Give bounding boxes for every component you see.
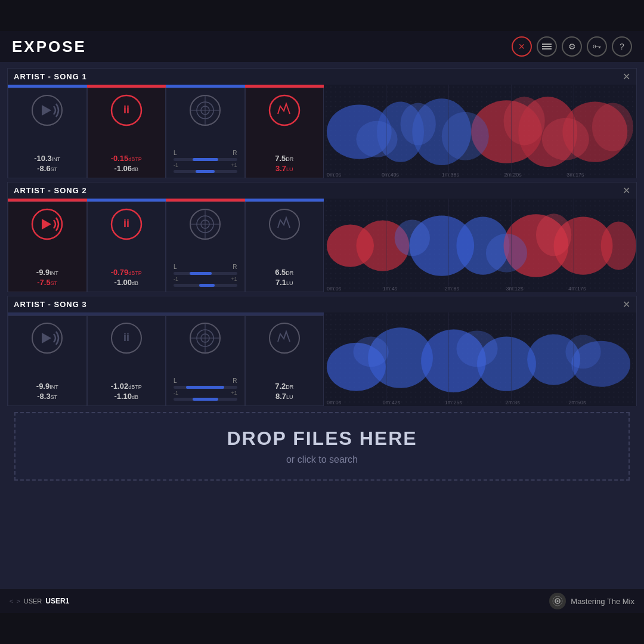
user-name: USER1 xyxy=(45,597,69,605)
song-3-metrics-grid: -9.9INT -8.3ST ii xyxy=(8,315,324,406)
song-2-title: ARTIST - SONG 2 xyxy=(14,186,87,195)
song-2-header: ARTIST - SONG 2 ✕ xyxy=(8,182,636,199)
song-3-lufs-int-primary: -9.9INT xyxy=(36,382,58,392)
footer-user-section: < > USER USER1 xyxy=(10,597,69,605)
song-3-dr-cell: 7.2DR 8.7LU xyxy=(245,315,324,406)
song-1-lufs-int-primary: -10.3INT xyxy=(34,154,60,164)
settings-button[interactable]: ⚙ xyxy=(562,36,582,57)
svg-point-22 xyxy=(356,121,397,157)
app-header: EXPOSE ✕ ⚙ 🗝 ? xyxy=(0,31,644,62)
song-1-dr-cell: 7.5DR 3.7LU xyxy=(245,88,324,178)
svg-point-56 xyxy=(395,220,430,256)
song-2-close[interactable]: ✕ xyxy=(623,185,630,196)
top-bar xyxy=(0,0,644,31)
footer: < > USER USER1 Mastering The Mix xyxy=(0,589,644,613)
svg-marker-4 xyxy=(42,105,51,116)
song-3-metrics: -9.9INT -8.3ST ii xyxy=(8,312,324,406)
song-1-close[interactable]: ✕ xyxy=(623,71,630,82)
header-icons: ✕ ⚙ 🗝 ? xyxy=(512,36,632,57)
help-button[interactable]: ? xyxy=(612,36,632,57)
song-2-stereo-values: L R -1 +1 xyxy=(169,263,242,289)
user-label: USER xyxy=(24,597,42,605)
drop-zone[interactable]: DROP FILES HERE or click to search xyxy=(14,412,630,481)
svg-text:0m:0s: 0m:0s xyxy=(327,400,342,405)
svg-text:3m:17s: 3m:17s xyxy=(566,172,584,178)
svg-text:0m:0s: 0m:0s xyxy=(327,286,342,292)
song-panel-1: ARTIST - SONG 1 ✕ xyxy=(7,68,637,178)
svg-point-55 xyxy=(601,222,636,270)
song-3-dr-values: 7.2DR 8.7LU xyxy=(275,382,293,402)
close-button[interactable]: ✕ xyxy=(512,36,532,57)
song-1-true-peak-secondary: -1.06dB xyxy=(111,164,142,174)
svg-point-25 xyxy=(504,97,545,145)
svg-point-26 xyxy=(542,118,589,160)
song-1-metrics-grid: -10.3INT -8.6ST ii xyxy=(8,88,324,178)
svg-text:1m:25s: 1m:25s xyxy=(445,400,463,405)
song-3-dr-primary: 7.2DR xyxy=(275,382,293,392)
content-area: ARTIST - SONG 1 ✕ xyxy=(0,62,644,589)
svg-text:4m:17s: 4m:17s xyxy=(568,286,586,292)
drop-sub-text: or click to search xyxy=(286,454,358,465)
song-2-metrics: -9.9INT -7.5ST ii xyxy=(8,199,324,292)
song-1-stereo-cell: L R -1 +1 xyxy=(166,88,245,178)
svg-point-27 xyxy=(592,103,633,151)
song-1-lufs-int-secondary: -8.6ST xyxy=(34,164,60,174)
song-1-true-peak-cell: ii -0.15dBTP -1.06dB xyxy=(87,88,166,178)
svg-text:ii: ii xyxy=(123,218,129,230)
svg-marker-38 xyxy=(42,219,51,230)
svg-point-100 xyxy=(557,600,559,602)
key-button[interactable]: 🗝 xyxy=(587,36,607,57)
svg-text:2m:20s: 2m:20s xyxy=(504,172,522,178)
song-2-lufs-st-secondary: -7.5ST xyxy=(36,278,58,288)
song-3-true-peak-cell: ii -1.02dBTP -1.10dB xyxy=(87,315,166,406)
chevron-left-icon: < xyxy=(10,598,13,605)
song-3-stereo-values: L R -1 +1 xyxy=(169,377,242,402)
song-1-lufs-int-cell: -10.3INT -8.6ST xyxy=(8,88,87,178)
song-3-lufs-int-cell: -9.9INT -8.3ST xyxy=(8,315,87,406)
song-3-body: -9.9INT -8.3ST ii xyxy=(8,312,636,406)
song-2-lufs-int-values: -9.9INT -7.5ST xyxy=(36,268,58,288)
song-3-waveform: 0m:0s 0m:42s 1m:25s 2m:8s 2m:50s xyxy=(324,312,636,406)
song-3-title: ARTIST - SONG 3 xyxy=(14,300,87,309)
song-1-dr-values: 7.5DR 3.7LU xyxy=(275,154,293,174)
song-1-lufs-int-values: -10.3INT -8.6ST xyxy=(34,154,60,174)
song-3-stereo-cell: L R -1 +1 xyxy=(166,315,245,406)
song-1-true-peak-primary: -0.15dBTP xyxy=(111,154,142,164)
song-2-stereo-cell: L R -1 +1 xyxy=(166,202,245,292)
song-2-dr-cell: 6.5DR 7.1LU xyxy=(245,202,324,292)
song-1-stereo-values: L R -1 +1 xyxy=(169,149,242,175)
song-1-dr-primary: 7.5DR xyxy=(275,154,293,164)
song-3-lufs-st-secondary: -8.3ST xyxy=(36,392,58,402)
svg-text:2m:8s: 2m:8s xyxy=(445,286,460,292)
svg-text:0m:0s: 0m:0s xyxy=(327,172,342,178)
song-panel-2: ARTIST - SONG 2 ✕ xyxy=(7,182,637,292)
svg-text:1m:4s: 1m:4s xyxy=(383,286,398,292)
svg-point-23 xyxy=(401,103,436,145)
song-2-true-peak-secondary: -1.00dB xyxy=(111,278,142,288)
song-3-lu-secondary: 8.7LU xyxy=(275,392,293,402)
svg-text:3m:12s: 3m:12s xyxy=(506,286,524,292)
song-2-dr-values: 6.5DR 7.1LU xyxy=(275,268,293,288)
svg-text:0m:49s: 0m:49s xyxy=(382,172,400,178)
svg-text:0m:42s: 0m:42s xyxy=(383,400,401,405)
song-1-title: ARTIST - SONG 1 xyxy=(14,72,87,81)
svg-point-87 xyxy=(456,330,497,367)
song-3-close[interactable]: ✕ xyxy=(623,299,630,310)
song-1-header: ARTIST - SONG 1 ✕ xyxy=(8,69,636,85)
brand-icon xyxy=(549,593,566,609)
svg-text:ii: ii xyxy=(123,332,129,343)
svg-text:2m:8s: 2m:8s xyxy=(506,400,521,405)
song-2-lu-secondary: 7.1LU xyxy=(275,278,293,288)
song-1-true-peak-values: -0.15dBTP -1.06dB xyxy=(111,154,142,174)
song-2-lufs-int-cell: -9.9INT -7.5ST xyxy=(8,202,87,292)
song-2-lufs-int-primary: -9.9INT xyxy=(36,268,58,278)
svg-text:1m:38s: 1m:38s xyxy=(442,172,460,178)
drop-main-text: DROP FILES HERE xyxy=(227,428,417,450)
song-2-body: -9.9INT -7.5ST ii xyxy=(8,199,636,292)
svg-marker-69 xyxy=(42,333,51,343)
svg-point-86 xyxy=(353,337,388,367)
menu-button[interactable] xyxy=(537,36,557,57)
song-3-true-peak-secondary: -1.10dB xyxy=(111,392,142,402)
svg-point-88 xyxy=(565,335,600,369)
bottom-bar xyxy=(0,613,644,644)
